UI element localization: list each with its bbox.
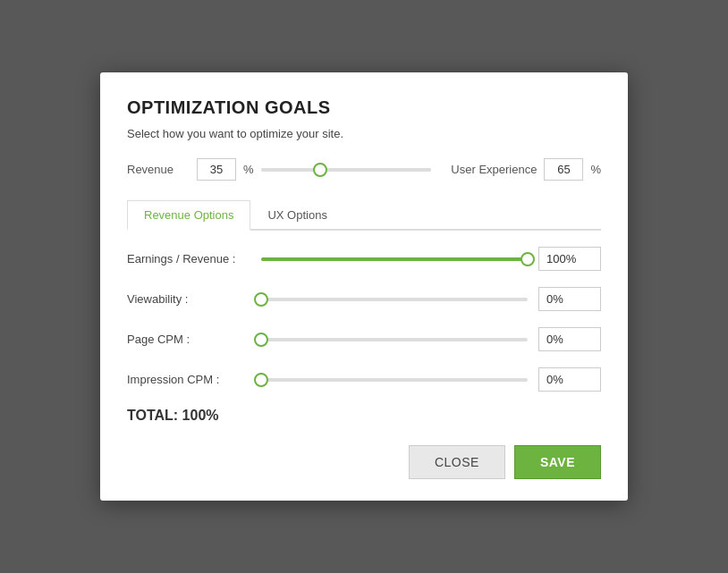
tab-revenue-options[interactable]: Revenue Options [127, 200, 250, 231]
modal-title: OPTIMIZATION GOALS [127, 97, 601, 118]
modal-footer: CLOSE SAVE [127, 445, 601, 479]
optimization-goals-modal: OPTIMIZATION GOALS Select how you want t… [100, 72, 628, 501]
modal-subtitle: Select how you want to optimize your sit… [127, 127, 601, 140]
slider-thumb-3[interactable] [254, 373, 268, 387]
slider-label-1: Viewability : [127, 292, 261, 306]
close-button[interactable]: CLOSE [409, 445, 505, 479]
slider-label-0: Earnings / Revenue : [127, 252, 261, 265]
slider-thumb-1[interactable] [254, 292, 268, 307]
slider-row-3: Impression CPM : [127, 367, 601, 392]
slider-container-0[interactable] [261, 250, 528, 268]
slider-value-input-1[interactable] [538, 287, 601, 311]
slider-container-1[interactable] [261, 291, 528, 308]
slider-track-0 [261, 257, 528, 261]
save-button[interactable]: SAVE [514, 445, 601, 479]
total-row: TOTAL: 100% [127, 408, 601, 424]
ux-input[interactable] [544, 158, 583, 181]
revenue-input[interactable] [197, 158, 236, 181]
ux-pct: % [590, 163, 601, 176]
slider-row-1: Viewability : [127, 287, 601, 311]
balance-track [261, 168, 432, 172]
balance-slider-container[interactable] [261, 162, 432, 178]
balance-fill [261, 168, 432, 172]
slider-track-2 [261, 338, 528, 341]
slider-thumb-0[interactable] [521, 252, 535, 266]
balance-thumb[interactable] [313, 163, 327, 177]
slider-fill-0 [261, 257, 528, 261]
slider-row-2: Page CPM : [127, 327, 601, 351]
slider-thumb-2[interactable] [254, 333, 268, 347]
slider-value-input-3[interactable] [538, 367, 601, 392]
slider-container-2[interactable] [261, 331, 528, 349]
balance-row: Revenue % User Experience % [127, 158, 601, 181]
tabs: Revenue Options UX Options [127, 200, 601, 231]
tab-ux-options[interactable]: UX Options [250, 200, 343, 231]
slider-container-3[interactable] [261, 371, 528, 389]
slider-rows: Earnings / Revenue :Viewability :Page CP… [127, 247, 601, 392]
slider-label-2: Page CPM : [127, 333, 261, 346]
ux-label: User Experience [438, 163, 537, 176]
slider-value-input-0[interactable] [538, 247, 601, 271]
slider-track-3 [261, 378, 528, 382]
revenue-label: Revenue [127, 163, 190, 176]
slider-label-3: Impression CPM : [127, 373, 261, 386]
slider-track-1 [261, 298, 528, 301]
slider-value-input-2[interactable] [538, 327, 601, 351]
revenue-pct: % [243, 163, 254, 176]
slider-row-0: Earnings / Revenue : [127, 247, 601, 271]
